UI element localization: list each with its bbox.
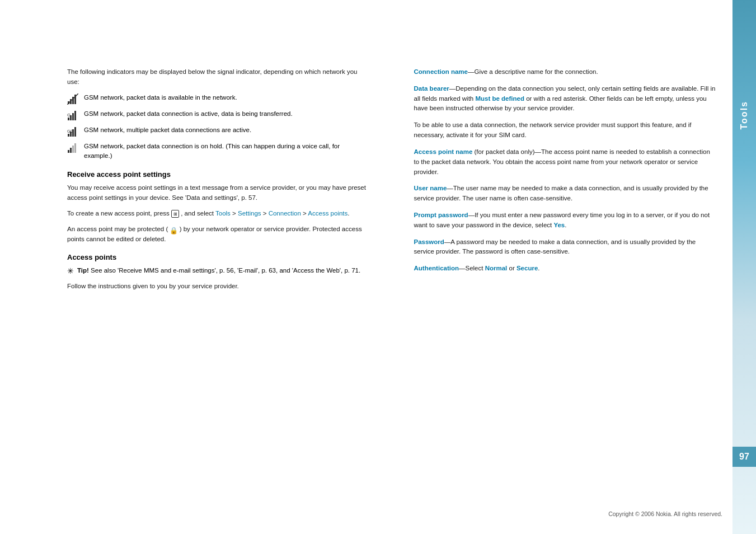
term-standalone: To be able to use a data connection, the… [414,120,716,140]
term-data-bearer-label: Data bearer [414,85,449,92]
term-prompt-password-label: Prompt password [414,212,468,218]
svg-rect-15 [68,150,69,153]
yes-label: Yes [553,222,565,228]
tip-icon: ✳ [67,266,74,275]
svg-rect-7 [72,113,74,120]
must-be-defined-label: Must be defined [475,95,524,102]
secure-label: Secure [516,265,538,271]
svg-text:GG: GG [67,129,73,133]
term-connection-name-label: Connection name [414,68,468,75]
tip-text: Tip! See also 'Receive MMS and e-mail se… [77,266,360,276]
svg-rect-10 [68,134,69,137]
tools-link[interactable]: Tools [215,210,231,217]
content-area: The following indicators may be displaye… [0,0,732,534]
gsm-text-3: GSM network, multiple packet data connec… [84,125,251,135]
access-points-heading: Access points [67,253,369,261]
term-connection-name: Connection name—Give a descriptive name … [414,67,716,77]
settings-link[interactable]: Settings [238,210,261,217]
page-container: The following indicators may be displaye… [0,0,756,534]
term-user-name-label: User name [414,185,447,191]
tip-box: ✳ Tip! See also 'Receive MMS and e-mail … [67,266,369,276]
receive-settings-heading: Receive access point settings [67,170,369,179]
term-user-name: User name—The user name may be needed to… [414,184,716,204]
gsm-icon-4 [67,142,78,153]
gsm-item-2: G GSM network, packet data connection is… [67,109,369,121]
left-column: The following indicators may be displaye… [67,67,381,500]
gsm-icon-3: GG [67,126,78,137]
receive-settings-para1: You may receive access point settings in… [67,183,369,203]
gsm-text-2: GSM network, packet data connection is a… [84,109,293,119]
term-password: Password—A password may be needed to mak… [414,237,716,257]
receive-settings-para2: To create a new access point, press ⊞ , … [67,209,369,219]
term-access-point-name-label: Access point name [414,148,473,155]
svg-rect-18 [74,143,76,153]
svg-rect-5 [68,118,69,120]
lock-icon: 🔒 [170,226,177,233]
svg-rect-8 [74,111,76,120]
intro-paragraph: The following indicators may be displaye… [67,67,369,87]
svg-rect-17 [72,146,74,153]
svg-rect-16 [70,148,72,153]
page-number-box: 97 [732,447,756,467]
term-prompt-password: Prompt password—If you must enter a new … [414,210,716,231]
term-authentication: Authentication—Select Normal or Secure. [414,264,716,274]
term-authentication-label: Authentication [414,265,459,271]
gsm-item-1: GSM network, packet data is available in… [67,93,369,105]
term-access-point-name: Access point name (for packet data only)… [414,147,716,177]
gsm-item-4: GSM network, packet data connection is o… [67,142,369,162]
svg-text:G: G [67,113,71,118]
connection-link[interactable]: Connection [269,210,301,217]
tools-tab-label: Tools [739,101,749,129]
page-number: 97 [739,452,749,462]
svg-rect-13 [74,127,76,137]
access-points-link[interactable]: Access points [308,210,348,217]
gsm-text-4: GSM network, packet data connection is o… [84,142,369,162]
follow-text: Follow the instructions given to you by … [67,282,369,292]
copyright-text: Copyright © 2006 Nokia. All rights reser… [608,510,722,517]
gsm-text-1: GSM network, packet data is available in… [84,93,237,103]
gsm-item-3: GG GSM network, multiple packet data con… [67,125,369,137]
gsm-icon-2: G [67,110,78,121]
receive-settings-para3: An access point may be protected ( 🔒 ) b… [67,224,369,245]
gsm-icon-1 [67,93,78,105]
term-data-bearer: Data bearer—Depending on the data connec… [414,84,716,114]
menu-icon: ⊞ [171,210,179,218]
right-column: Connection name—Give a descriptive name … [403,67,716,500]
normal-label: Normal [485,265,508,271]
term-password-label: Password [414,238,444,245]
